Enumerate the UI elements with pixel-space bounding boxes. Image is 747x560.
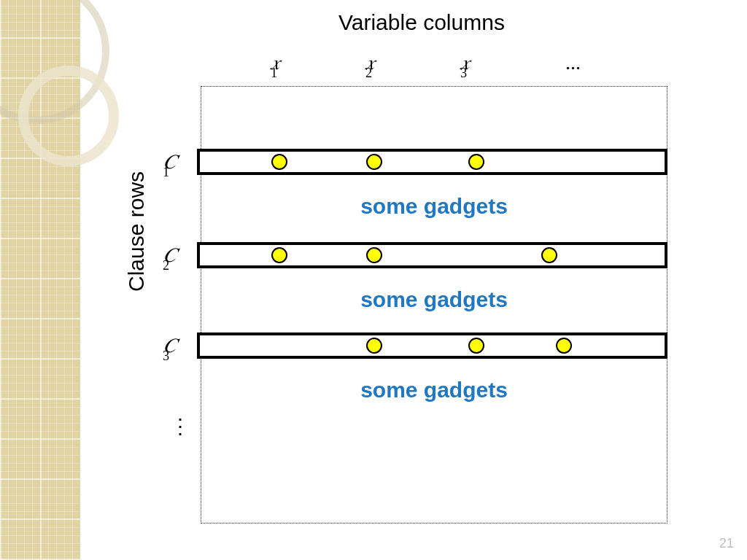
dot-c1-x2 (366, 154, 382, 170)
diagram-stage: 𝑥1 𝑥2 𝑥3 ... 𝐶1 𝐶2 𝐶3 ⋮ some gadgets som… (201, 86, 667, 524)
clause-row-c1 (197, 149, 667, 175)
page-number: 21 (719, 536, 734, 551)
decorative-sidebar (0, 0, 80, 560)
label-c-ellipsis: ⋮ (170, 414, 190, 438)
columns-axis-title: Variable columns (338, 10, 505, 35)
dot-c3-x3 (468, 338, 484, 354)
dot-c3-x4 (556, 338, 572, 354)
gadget-label-2: some gadgets (201, 287, 667, 312)
label-c2: 𝐶2 (163, 244, 169, 271)
clause-row-c3 (197, 332, 667, 359)
dot-c2-x1 (271, 247, 287, 263)
decorative-circle-small (18, 66, 119, 166)
label-x-ellipsis: ... (565, 51, 581, 74)
gadget-label-1: some gadgets (201, 194, 667, 219)
clause-row-c2 (197, 242, 667, 268)
label-x2: 𝑥2 (365, 51, 372, 78)
dot-c3-x2 (366, 338, 382, 354)
dot-c1-x3 (468, 154, 484, 170)
label-c3: 𝐶3 (163, 334, 169, 361)
dot-c2-x4 (541, 247, 557, 263)
dot-c1-x1 (271, 154, 287, 170)
dot-c2-x2 (366, 247, 382, 263)
gadget-label-3: some gadgets (201, 378, 667, 402)
label-c1: 𝐶1 (163, 150, 169, 177)
variable-labels: 𝑥1 𝑥2 𝑥3 ... (201, 51, 667, 80)
label-x1: 𝑥1 (271, 51, 277, 78)
label-x3: 𝑥3 (460, 51, 467, 78)
rows-axis-title: Clause rows (124, 171, 149, 292)
